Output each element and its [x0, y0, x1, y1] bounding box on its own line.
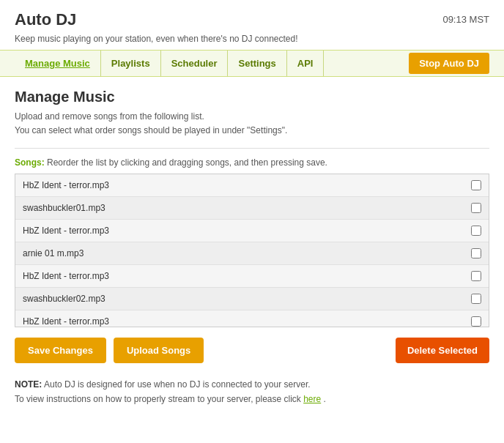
song-row[interactable]: swashbuckler02.mp3: [15, 288, 489, 310]
song-row[interactable]: HbZ Ident - terror.mp3: [15, 220, 489, 242]
note-here-link[interactable]: here: [303, 394, 321, 404]
left-buttons: Save Changes Upload Songs: [15, 338, 204, 363]
nav-item-manage-music[interactable]: Manage Music: [15, 51, 101, 76]
song-checkbox[interactable]: [471, 203, 481, 213]
song-name: HbZ Ident - terror.mp3: [23, 271, 109, 281]
desc-line1: Upload and remove songs from the followi…: [15, 111, 204, 122]
stop-autodj-button[interactable]: Stop Auto DJ: [409, 53, 489, 74]
song-row[interactable]: HbZ Ident - terror.mp3: [15, 174, 489, 197]
divider: [15, 148, 489, 149]
nav-item-playlists[interactable]: Playlists: [101, 51, 161, 76]
song-name: arnie 01 m.mp3: [23, 248, 84, 258]
manage-music-title: Manage Music: [15, 89, 489, 105]
song-name: swashbuckler01.mp3: [23, 203, 105, 213]
nav-item-scheduler[interactable]: Scheduler: [161, 51, 229, 76]
nav-bar: Manage Music Playlists Scheduler Setting…: [0, 50, 504, 77]
nav-item-settings[interactable]: Settings: [228, 51, 286, 76]
song-name: HbZ Ident - terror.mp3: [23, 316, 109, 327]
delete-selected-button[interactable]: Delete Selected: [396, 338, 489, 363]
desc-line2: You can select what order songs should b…: [15, 125, 287, 135]
note-line1: NOTE: Auto DJ is designed for use when n…: [15, 379, 311, 390]
song-row[interactable]: arnie 01 m.mp3: [15, 242, 489, 265]
songs-list[interactable]: HbZ Ident - terror.mp3swashbuckler01.mp3…: [15, 174, 489, 327]
song-name: HbZ Ident - terror.mp3: [23, 180, 109, 190]
note-section: NOTE: Auto DJ is designed for use when n…: [15, 371, 489, 406]
note-text: Auto DJ is designed for use when no DJ i…: [44, 379, 311, 390]
header-time: 09:13 MST: [442, 14, 489, 25]
main-content: Manage Music Upload and remove songs fro…: [0, 77, 504, 414]
nav-items: Manage Music Playlists Scheduler Setting…: [15, 51, 409, 76]
upload-songs-button[interactable]: Upload Songs: [114, 338, 204, 363]
page-title: Auto DJ: [15, 10, 76, 29]
song-name: swashbuckler02.mp3: [23, 294, 105, 304]
song-row[interactable]: swashbuckler01.mp3: [15, 197, 489, 220]
note-prefix: NOTE:: [15, 379, 42, 390]
actions-row: Save Changes Upload Songs Delete Selecte…: [15, 327, 489, 371]
song-row[interactable]: HbZ Ident - terror.mp3: [15, 310, 489, 327]
song-row[interactable]: HbZ Ident - terror.mp3: [15, 265, 489, 288]
songs-instruction: Reorder the list by clicking and draggin…: [47, 157, 327, 168]
note-line2-prefix: To view instructions on how to properly …: [15, 394, 303, 404]
page-description: Upload and remove songs from the followi…: [15, 110, 489, 138]
song-checkbox[interactable]: [471, 226, 481, 236]
nav-item-api[interactable]: API: [287, 51, 325, 76]
song-checkbox[interactable]: [471, 294, 481, 304]
header-subtitle: Keep music playing on your station, even…: [0, 34, 504, 50]
song-checkbox[interactable]: [471, 316, 481, 327]
songs-label: Songs: Reorder the list by clicking and …: [15, 157, 489, 168]
song-name: HbZ Ident - terror.mp3: [23, 226, 109, 236]
song-checkbox[interactable]: [471, 180, 481, 190]
note-line2-suffix: .: [324, 394, 326, 404]
note-line2: To view instructions on how to properly …: [15, 394, 326, 404]
save-changes-button[interactable]: Save Changes: [15, 338, 106, 363]
song-checkbox[interactable]: [471, 248, 481, 258]
song-checkbox[interactable]: [471, 271, 481, 281]
songs-label-bold: Songs:: [15, 157, 45, 168]
